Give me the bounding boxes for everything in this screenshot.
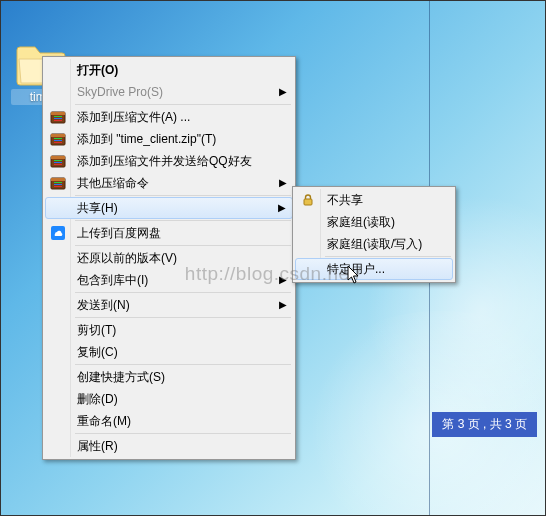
menu-skydrive-label: SkyDrive Pro(S) — [77, 85, 163, 99]
menu-skydrive[interactable]: SkyDrive Pro(S) ▶ — [45, 81, 293, 103]
svg-rect-12 — [54, 160, 62, 161]
menu-add-compress[interactable]: 添加到压缩文件(A) ... — [45, 106, 293, 128]
svg-rect-2 — [54, 116, 62, 117]
archive-icon — [49, 152, 67, 170]
submenu-homegroup-rw[interactable]: 家庭组(读取/写入) — [295, 233, 453, 255]
svg-rect-13 — [54, 162, 62, 163]
menu-properties[interactable]: 属性(R) — [45, 435, 293, 457]
submenu-no-share-label: 不共享 — [327, 193, 363, 207]
menu-shortcut-label: 创建快捷方式(S) — [77, 370, 165, 384]
submenu-homegroup-read-label: 家庭组(读取) — [327, 215, 395, 229]
menu-delete[interactable]: 删除(D) — [45, 388, 293, 410]
submenu-no-share[interactable]: 不共享 — [295, 189, 453, 211]
submenu-arrow-icon: ▶ — [279, 294, 287, 316]
menu-baidu-upload[interactable]: 上传到百度网盘 — [45, 222, 293, 244]
menu-include-library[interactable]: 包含到库中(I) ▶ — [45, 269, 293, 291]
menu-send-to-label: 发送到(N) — [77, 298, 130, 312]
share-submenu: 不共享 家庭组(读取) 家庭组(读取/写入) 特定用户... — [292, 186, 456, 283]
menu-share-label: 共享(H) — [77, 201, 118, 215]
menu-other-compress-label: 其他压缩命令 — [77, 176, 149, 190]
menu-rename-label: 重命名(M) — [77, 414, 131, 428]
menu-restore-version-label: 还原以前的版本(V) — [77, 251, 177, 265]
menu-delete-label: 删除(D) — [77, 392, 118, 406]
archive-icon — [49, 108, 67, 126]
svg-rect-21 — [304, 199, 312, 205]
menu-properties-label: 属性(R) — [77, 439, 118, 453]
svg-rect-19 — [54, 186, 62, 187]
menu-shortcut[interactable]: 创建快捷方式(S) — [45, 366, 293, 388]
menu-baidu-upload-label: 上传到百度网盘 — [77, 226, 161, 240]
menu-send-to[interactable]: 发送到(N) ▶ — [45, 294, 293, 316]
menu-other-compress[interactable]: 其他压缩命令 ▶ — [45, 172, 293, 194]
svg-rect-7 — [54, 138, 62, 139]
submenu-homegroup-read[interactable]: 家庭组(读取) — [295, 211, 453, 233]
menu-include-library-label: 包含到库中(I) — [77, 273, 148, 287]
page-badge: 第 3 页 , 共 3 页 — [432, 412, 537, 437]
submenu-homegroup-rw-label: 家庭组(读取/写入) — [327, 237, 422, 251]
menu-cut-label: 剪切(T) — [77, 323, 116, 337]
submenu-specific-users[interactable]: 特定用户... — [295, 258, 453, 280]
context-menu: 打开(O) SkyDrive Pro(S) ▶ 添加到压缩文件(A) ... 添… — [42, 56, 296, 460]
svg-rect-11 — [51, 156, 65, 159]
svg-rect-6 — [51, 134, 65, 137]
svg-rect-16 — [51, 178, 65, 181]
menu-add-zip[interactable]: 添加到 "time_client.zip"(T) — [45, 128, 293, 150]
lock-icon — [299, 191, 317, 209]
menu-add-compress-qq[interactable]: 添加到压缩文件并发送给QQ好友 — [45, 150, 293, 172]
menu-open-label: 打开(O) — [77, 63, 118, 77]
cloud-icon — [49, 224, 67, 242]
menu-share[interactable]: 共享(H) ▶ — [45, 197, 293, 219]
menu-restore-version[interactable]: 还原以前的版本(V) — [45, 247, 293, 269]
menu-add-compress-label: 添加到压缩文件(A) ... — [77, 110, 190, 124]
menu-add-zip-label: 添加到 "time_client.zip"(T) — [77, 132, 216, 146]
menu-copy[interactable]: 复制(C) — [45, 341, 293, 363]
menu-cut[interactable]: 剪切(T) — [45, 319, 293, 341]
menu-rename[interactable]: 重命名(M) — [45, 410, 293, 432]
submenu-specific-users-label: 特定用户... — [327, 262, 385, 276]
archive-icon — [49, 174, 67, 192]
submenu-arrow-icon: ▶ — [279, 172, 287, 194]
menu-open[interactable]: 打开(O) — [45, 59, 293, 81]
svg-rect-1 — [51, 112, 65, 115]
submenu-arrow-icon: ▶ — [278, 198, 286, 218]
submenu-arrow-icon: ▶ — [279, 269, 287, 291]
svg-rect-18 — [54, 184, 62, 185]
svg-rect-4 — [54, 120, 62, 121]
svg-rect-8 — [54, 140, 62, 141]
svg-rect-14 — [54, 164, 62, 165]
svg-rect-9 — [54, 142, 62, 143]
svg-rect-17 — [54, 182, 62, 183]
archive-icon — [49, 130, 67, 148]
svg-rect-3 — [54, 118, 62, 119]
submenu-arrow-icon: ▶ — [279, 81, 287, 103]
menu-add-compress-qq-label: 添加到压缩文件并发送给QQ好友 — [77, 154, 252, 168]
menu-copy-label: 复制(C) — [77, 345, 118, 359]
